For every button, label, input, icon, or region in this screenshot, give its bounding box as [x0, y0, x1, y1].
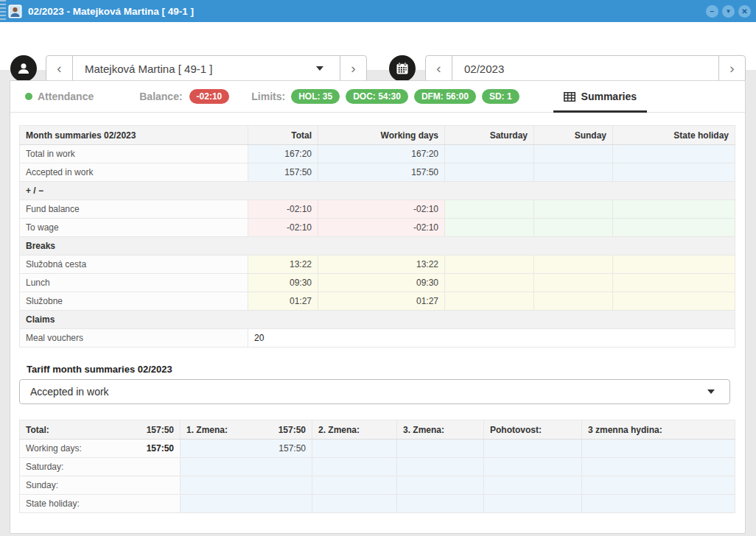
tab-attendance[interactable]: Attendance [25, 91, 94, 102]
row-total-in-work: Total in work 167:20 167:20 [20, 145, 735, 163]
header-total-label: Total: [26, 425, 49, 435]
row-label: Meal vouchers [20, 329, 248, 348]
cell-zmena2 [312, 440, 397, 458]
row-total-value: 157:50 [147, 443, 174, 454]
row-saturday: Saturday: [20, 458, 735, 476]
attendance-label: Attendance [38, 91, 94, 102]
tariff-select[interactable]: Accepted in work [19, 379, 730, 404]
period-icon-button[interactable] [389, 55, 416, 82]
col-header-state-holiday: State holiday [613, 126, 735, 145]
minimize-button[interactable]: − [706, 5, 718, 18]
period-next-button[interactable]: › [719, 56, 745, 81]
row-sluzobne: Služobne 01:27 01:27 [20, 292, 735, 311]
cell-state-holiday [613, 200, 735, 219]
employee-prev-button[interactable]: ‹ [46, 56, 72, 81]
row-label-value: Working days: 157:50 [20, 440, 181, 458]
cell-sunday [534, 274, 613, 292]
tab-summaries[interactable]: Summaries [553, 81, 647, 112]
cell-zmena3 [397, 495, 484, 513]
header-3-zmenna-hydina: 3 zmenna hydina: [582, 420, 735, 440]
row-label: Lunch [20, 274, 248, 292]
header-zmena1-value: 157:50 [279, 425, 306, 435]
row-label: Working days: [26, 443, 82, 454]
row-sunday: Sunday: [20, 476, 735, 495]
cell-state-holiday [613, 219, 735, 237]
cell-hydina [582, 476, 735, 495]
cell-zmena3 [397, 458, 484, 476]
tariff-select-value: Accepted in work [30, 386, 109, 398]
row-label-value: Saturday: [20, 458, 181, 476]
row-lunch: Lunch 09:30 09:30 [20, 274, 735, 292]
cell-state-holiday [613, 255, 735, 274]
row-sluzobna-cesta: Služobná cesta 13:22 13:22 [20, 255, 735, 274]
cell-zmena3 [397, 440, 484, 458]
section-label: Breaks [20, 237, 735, 255]
header-total: Total: 157:50 [20, 420, 181, 440]
summaries-tab-label: Summaries [581, 91, 637, 102]
cell-hydina [582, 440, 735, 458]
balance-badge: -02:10 [189, 89, 230, 104]
cell-saturday [445, 200, 534, 219]
row-label-value: Sunday: [20, 476, 181, 495]
person-icon [16, 61, 31, 76]
cell-pohotovost [484, 458, 582, 476]
close-button[interactable]: ✕ [738, 5, 751, 18]
cell-working-days: -02:10 [318, 200, 445, 219]
employee-icon-button[interactable] [10, 55, 37, 82]
row-state-holiday: State holiday: [20, 495, 735, 513]
header-total-value: 157:50 [147, 425, 174, 435]
cell-working-days: 167:20 [318, 145, 445, 163]
caret-down-icon [707, 389, 715, 394]
limit-badge-hol: HOL: 35 [291, 89, 340, 104]
section-breaks: Breaks [20, 237, 735, 255]
cell-working-days: 157:50 [318, 163, 445, 182]
caret-down-icon [316, 66, 323, 71]
header-zmena1: 1. Zmena: 157:50 [181, 420, 312, 440]
cell-saturday [445, 145, 534, 163]
cell-zmena1 [181, 495, 312, 513]
cell-sunday [534, 200, 613, 219]
employee-select[interactable]: Matejková Martina [ 49-1 ] [72, 56, 340, 81]
cell-pohotovost [484, 440, 582, 458]
period-input[interactable]: 02/2023 [452, 56, 719, 81]
cell-state-holiday [613, 145, 735, 163]
row-label: Accepted in work [20, 163, 248, 182]
calendar-icon [395, 61, 410, 76]
row-label: Saturday: [26, 462, 63, 472]
cell-sunday [534, 292, 613, 311]
cell-total: -02:10 [248, 219, 318, 237]
period-prev-button[interactable]: ‹ [426, 56, 452, 81]
table-grid-icon [564, 92, 575, 102]
row-fund-balance: Fund balance -02:10 -02:10 [20, 200, 735, 219]
cell-hydina [582, 458, 735, 476]
row-label: Fund balance [20, 200, 248, 219]
tariff-table-header-row: Total: 157:50 1. Zmena: 157:50 2. Zmena:… [20, 420, 735, 440]
row-label: Sunday: [26, 480, 58, 490]
cell-working-days: 13:22 [318, 255, 445, 274]
cell-working-days: 09:30 [318, 274, 445, 292]
tariff-title: Tariff month summaries 02/2023 [27, 364, 172, 375]
cell-pohotovost [484, 476, 582, 495]
tariff-summaries-table: Total: 157:50 1. Zmena: 157:50 2. Zmena:… [19, 420, 735, 513]
cell-zmena1: 157:50 [181, 440, 312, 458]
employee-next-button[interactable]: › [340, 56, 366, 81]
row-label: State holiday: [26, 498, 80, 509]
cell-sunday [534, 163, 613, 182]
cell-state-holiday [613, 274, 735, 292]
cell-total: 09:30 [248, 274, 318, 292]
header-zmena1-label: 1. Zmena: [186, 425, 228, 435]
window-title: 02/2023 - Matejková Martina [ 49-1 ] [28, 6, 706, 17]
row-to-wage: To wage -02:10 -02:10 [20, 219, 735, 237]
period-nav-group: ‹ 02/2023 › [425, 55, 746, 82]
section-label: Claims [20, 311, 735, 329]
cell-saturday [445, 274, 534, 292]
cell-zmena3 [397, 476, 484, 495]
main-panel: Attendance Balance: -02:10 Limits: HOL: … [10, 80, 746, 534]
collapse-button[interactable]: ▼ [722, 5, 735, 18]
month-table-header-row: Month summaries 02/2023 Total Working da… [20, 126, 735, 145]
window-notebook-person-icon [8, 4, 22, 18]
cell-total: 13:22 [248, 255, 318, 274]
employee-nav-group: ‹ Matejková Martina [ 49-1 ] › [46, 55, 367, 82]
cell-total: 01:27 [248, 292, 318, 311]
employee-select-value: Matejková Martina [ 49-1 ] [85, 63, 212, 75]
